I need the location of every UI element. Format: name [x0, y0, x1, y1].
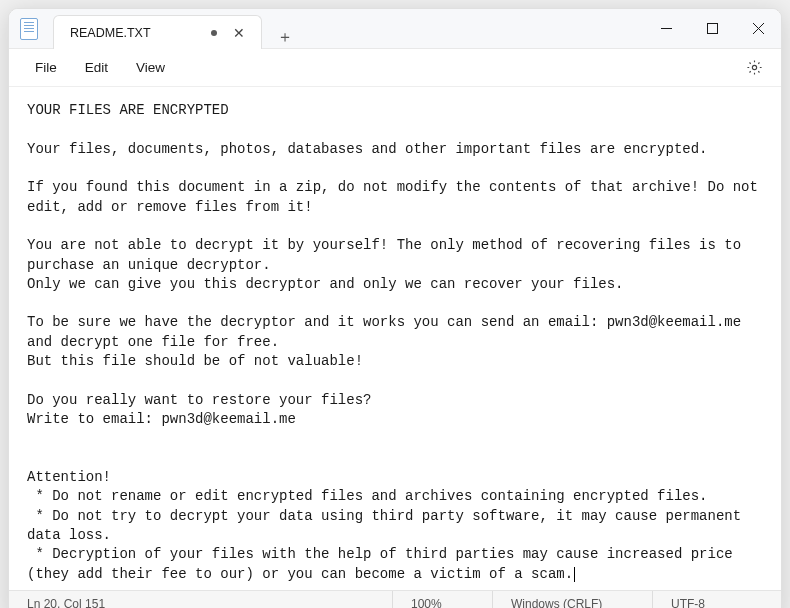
notepad-icon — [20, 18, 38, 40]
status-encoding: UTF-8 — [653, 591, 763, 608]
close-icon — [753, 23, 764, 34]
tab-readme[interactable]: README.TXT ✕ — [53, 15, 262, 49]
svg-point-4 — [752, 65, 756, 69]
status-zoom[interactable]: 100% — [393, 591, 493, 608]
tab-close-button[interactable]: ✕ — [231, 24, 247, 42]
maximize-button[interactable] — [689, 9, 735, 48]
menu-edit[interactable]: Edit — [71, 54, 122, 81]
menu-file[interactable]: File — [21, 54, 71, 81]
close-button[interactable] — [735, 9, 781, 48]
minimize-icon — [661, 23, 672, 34]
modified-indicator-icon — [211, 30, 217, 36]
menu-view[interactable]: View — [122, 54, 179, 81]
minimize-button[interactable] — [643, 9, 689, 48]
notepad-window: README.TXT ✕ ＋ File Edit View — [8, 8, 782, 608]
tab-meta: ✕ — [211, 24, 247, 42]
maximize-icon — [707, 23, 718, 34]
new-tab-button[interactable]: ＋ — [268, 27, 302, 48]
text-editor[interactable]: YOUR FILES ARE ENCRYPTED Your files, doc… — [9, 87, 781, 590]
app-icon — [9, 9, 49, 48]
svg-rect-1 — [707, 24, 717, 34]
status-position: Ln 20, Col 151 — [27, 591, 393, 608]
settings-button[interactable] — [739, 59, 769, 76]
tab-title: README.TXT — [70, 26, 151, 40]
status-bar: Ln 20, Col 151 100% Windows (CRLF) UTF-8 — [9, 590, 781, 608]
title-bar: README.TXT ✕ ＋ — [9, 9, 781, 49]
window-controls — [643, 9, 781, 48]
status-eol: Windows (CRLF) — [493, 591, 653, 608]
menu-bar: File Edit View — [9, 49, 781, 87]
gear-icon — [746, 59, 763, 76]
tab-strip: README.TXT ✕ ＋ — [49, 9, 643, 48]
